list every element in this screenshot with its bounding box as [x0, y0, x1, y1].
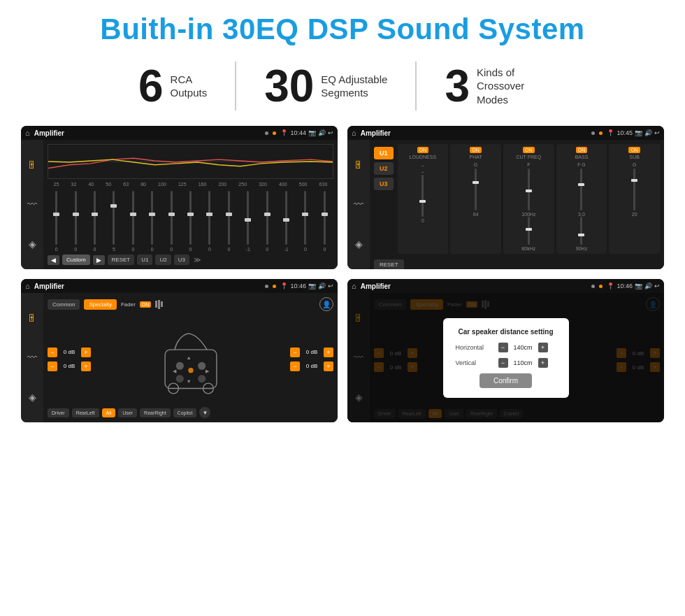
pin-icon-2: 📍 — [607, 129, 614, 136]
svg-text:▼: ▼ — [186, 378, 191, 385]
eq-prev-button[interactable]: ◀ — [48, 255, 59, 265]
eq-slider-4[interactable]: 0 — [124, 191, 142, 252]
home-icon-3: ⌂ — [25, 282, 30, 290]
eq-next-button[interactable]: ▶ — [93, 255, 105, 265]
db-plus-tr[interactable]: + — [324, 348, 333, 357]
time-1: 10:44 — [290, 129, 306, 136]
u2-button[interactable]: U2 — [374, 162, 394, 175]
db-row-tr: − 0 dB + — [290, 348, 333, 357]
wave-icon[interactable]: 〰 — [27, 199, 37, 210]
user-button[interactable]: User — [118, 408, 137, 417]
eq-u3-button[interactable]: U3 — [174, 255, 189, 265]
db-controls-right: − 0 dB + − 0 dB + — [290, 314, 333, 404]
speaker-icon-2[interactable]: ◈ — [355, 238, 363, 250]
eq-slider-2[interactable]: 0 — [86, 191, 103, 252]
horizontal-plus-button[interactable]: + — [538, 343, 548, 352]
dialog-box: Car speaker distance setting Horizontal … — [443, 318, 569, 398]
loudness-slider[interactable] — [421, 175, 424, 217]
cutfreq-slider[interactable] — [528, 169, 530, 210]
stat-label-crossover: Kinds ofCrossover Modes — [477, 66, 547, 107]
u3-button[interactable]: U3 — [374, 178, 394, 190]
screen-eq: ⌂ Amplifier 📍 10:44 📷 🔊 ↩ 🎚 〰 ◈ — [21, 126, 338, 269]
freq-80: 80 — [140, 182, 146, 187]
stat-number-crossover: 3 — [445, 64, 470, 108]
u1-button[interactable]: U1 — [374, 147, 394, 159]
eq-reset-button[interactable]: RESET — [108, 255, 135, 265]
db-minus-br[interactable]: − — [290, 361, 300, 371]
eq-slider-9[interactable]: 0 — [220, 191, 238, 252]
status-dot-3 — [591, 131, 595, 135]
status-dot-7 — [591, 285, 595, 288]
vertical-stepper: − 110cm + — [498, 358, 548, 368]
copilot-button[interactable]: Copilot — [173, 408, 197, 417]
phat-label: PHAT — [469, 155, 482, 159]
eq-slider-5[interactable]: 0 — [143, 191, 161, 252]
cutfreq-slider-2[interactable] — [528, 217, 530, 245]
vol-icon-3: 🔊 — [318, 282, 326, 289]
sub-slider[interactable] — [633, 169, 635, 210]
db-minus-tr[interactable]: − — [290, 348, 300, 357]
eq-slider-6[interactable]: 0 — [162, 191, 180, 252]
down-arrow-button[interactable]: ▼ — [199, 407, 210, 418]
driver-button[interactable]: Driver — [48, 408, 69, 417]
db-minus-tl[interactable]: − — [48, 348, 57, 357]
db-plus-tl[interactable]: + — [81, 348, 91, 357]
eq-slider-13[interactable]: 0 — [296, 191, 314, 252]
eq-slider-10[interactable]: -1 — [239, 191, 257, 252]
screen-content-4: 🎚 〰 ◈ Common Specialty Fader ON — [347, 293, 664, 422]
vertical-plus-button[interactable]: + — [538, 358, 548, 368]
specialty-tab[interactable]: Specialty — [84, 299, 116, 310]
wave-icon-3[interactable]: 〰 — [27, 352, 37, 363]
confirm-button[interactable]: Confirm — [480, 373, 532, 388]
eq-preset-custom[interactable]: Custom — [62, 255, 90, 265]
eq-slider-3[interactable]: 5 — [105, 191, 122, 252]
eq-icon[interactable]: 🎚 — [27, 159, 37, 171]
bass-label: BASS — [575, 155, 589, 159]
eq-slider-7[interactable]: 0 — [182, 191, 199, 252]
eq-slider-14[interactable]: 0 — [316, 191, 333, 252]
phat-slider[interactable] — [475, 169, 477, 210]
eq-slider-8[interactable]: 0 — [201, 191, 218, 252]
db-plus-br[interactable]: + — [324, 361, 333, 371]
eq-slider-0[interactable]: 0 — [48, 191, 65, 252]
status-icons-3: 📍 10:46 📷 🔊 ↩ — [280, 282, 333, 289]
eq-icon-2[interactable]: 🎚 — [354, 159, 363, 171]
db-value-tl: 0 dB — [59, 349, 79, 355]
eq-icon-3[interactable]: 🎚 — [27, 313, 37, 324]
vol-icon-1: 🔊 — [318, 129, 326, 136]
screen-content-1: 🎚 〰 ◈ 25 32 40 — [21, 140, 338, 269]
wave-icon-2[interactable]: 〰 — [354, 199, 363, 210]
vertical-minus-button[interactable]: − — [498, 358, 508, 368]
speaker-icon-3[interactable]: ◈ — [29, 392, 36, 403]
svg-point-6 — [175, 375, 183, 382]
eq-slider-12[interactable]: -1 — [277, 191, 295, 252]
eq-slider-11[interactable]: 0 — [258, 191, 275, 252]
freq-32: 32 — [71, 182, 76, 187]
screen-content-3: 🎚 〰 ◈ Common Specialty Fader ON — [21, 293, 338, 422]
screens-grid: ⌂ Amplifier 📍 10:44 📷 🔊 ↩ 🎚 〰 ◈ — [21, 126, 664, 422]
bass-slider-2[interactable] — [580, 217, 582, 245]
speaker-icon[interactable]: ◈ — [29, 238, 36, 250]
profile-icon[interactable]: 👤 — [319, 297, 333, 311]
freq-250: 250 — [238, 182, 247, 187]
eq-slider-1[interactable]: 0 — [66, 191, 84, 252]
eq-u2-button[interactable]: U2 — [155, 255, 171, 265]
freq-50: 50 — [106, 182, 111, 187]
rearright-button[interactable]: RearRight — [140, 408, 171, 417]
sidebar-icons-2: 🎚 〰 ◈ — [347, 140, 370, 269]
dialog-vertical-row: Vertical − 110cm + — [456, 358, 556, 368]
db-plus-bl[interactable]: + — [81, 361, 91, 371]
freq-400: 400 — [279, 182, 287, 187]
amp-reset-button[interactable]: RESET — [374, 259, 404, 269]
time-2: 10:45 — [616, 129, 633, 136]
eq-u1-button[interactable]: U1 — [137, 255, 152, 265]
common-tab[interactable]: Common — [48, 299, 80, 310]
horizontal-minus-button[interactable]: − — [498, 343, 508, 352]
bass-slider[interactable] — [580, 169, 582, 210]
db-minus-bl[interactable]: − — [48, 361, 57, 371]
eq-sliders-row: 0 0 0 5 0 0 0 0 0 0 -1 0 -1 0 0 — [48, 191, 333, 252]
crossover-main: Common Specialty Fader ON 👤 — [43, 293, 338, 422]
all-button[interactable]: All — [102, 408, 116, 417]
rearleft-button[interactable]: RearLeft — [72, 408, 99, 417]
status-dot-4 — [599, 131, 603, 135]
